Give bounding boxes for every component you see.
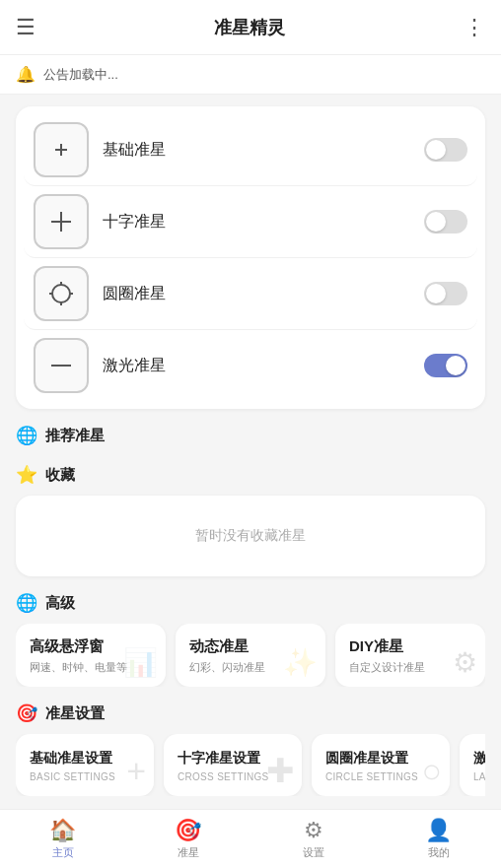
settings-header: 🎯 准星设置 (16, 702, 485, 724)
crosshair-icon-circle (34, 266, 89, 321)
favorites-section: ⭐ 收藏 暂时没有收藏准星 (16, 464, 485, 576)
crosshair-selector-card: 基础准星 十字准星 圆 (16, 106, 485, 409)
crosshair-item-basic[interactable]: 基础准星 (24, 114, 477, 186)
nav-label-crosshair: 准星 (178, 845, 199, 860)
settings-card-0[interactable]: 基础准星设置 BASIC SETTINGS + (16, 734, 154, 796)
nav-label-home: 主页 (52, 845, 74, 860)
svg-point-4 (52, 285, 70, 302)
nav-item-settings[interactable]: ⚙ 设置 (250, 810, 376, 868)
more-icon[interactable]: ⋮ (464, 15, 485, 40)
settings-card-0-sub: BASIC SETTINGS (30, 771, 140, 782)
advanced-icon: 🌐 (16, 592, 37, 614)
advanced-card-1-icon: ✨ (283, 646, 318, 679)
settings-card-3[interactable]: 激光准星设置 LASER SETTINGS — (460, 734, 485, 796)
advanced-header: 🌐 高级 (16, 592, 485, 614)
crosshair-item-circle[interactable]: 圆圈准星 (24, 258, 477, 330)
main-content: 基础准星 十字准星 圆 (0, 95, 501, 868)
nav-label-settings: 设置 (303, 845, 324, 860)
crosshair-item-laser[interactable]: 激光准星 (24, 330, 477, 401)
bell-icon: 🔔 (16, 65, 36, 84)
recommended-header: 🌐 推荐准星 (16, 425, 485, 446)
recommended-label: 推荐准星 (45, 427, 105, 445)
settings-card-0-title: 基础准星设置 (30, 750, 140, 768)
crosshair-icon-basic (34, 122, 89, 177)
advanced-card-2[interactable]: DIY准星 自定义设计准星 ⚙ (335, 624, 485, 687)
favorites-empty-text: 暂时没有收藏准星 (195, 527, 306, 543)
toggle-laser[interactable] (424, 354, 467, 377)
advanced-section: 🌐 高级 高级悬浮窗 网速、时钟、电量等 📊 动态准星 幻彩、闪动准星 ✨ DI… (16, 592, 485, 687)
toggle-basic[interactable] (424, 138, 467, 162)
settings-card-3-sub: LASER SETTINGS (473, 771, 485, 782)
favorites-header: ⭐ 收藏 (16, 464, 485, 486)
app-bar: ☰ 准星精灵 ⋮ (0, 0, 501, 55)
toggle-cross[interactable] (424, 210, 467, 234)
nav-item-home[interactable]: 🏠 主页 (0, 810, 125, 868)
advanced-card-0-icon: 📊 (123, 646, 158, 679)
home-icon: 🏠 (49, 818, 76, 843)
announcement-bar: 🔔 公告加载中... (0, 55, 501, 95)
settings-card-1-icon: ✚ (266, 751, 294, 790)
crosshair-label-circle: 圆圈准星 (103, 284, 410, 304)
advanced-card-2-icon: ⚙ (453, 646, 477, 679)
advanced-cards-row: 高级悬浮窗 网速、时钟、电量等 📊 动态准星 幻彩、闪动准星 ✨ DIY准星 自… (16, 624, 485, 687)
settings-section: 🎯 准星设置 基础准星设置 BASIC SETTINGS + 十字准星设置 CR… (16, 702, 485, 796)
nav-label-profile: 我的 (428, 845, 450, 860)
advanced-card-0[interactable]: 高级悬浮窗 网速、时钟、电量等 📊 (16, 624, 166, 687)
settings-icon: 🎯 (16, 702, 37, 724)
nav-item-crosshair[interactable]: 🎯 准星 (125, 810, 250, 868)
announcement-text: 公告加载中... (43, 66, 118, 84)
settings-card-3-title: 激光准星设置 (473, 750, 485, 768)
settings-card-2-title: 圆圈准星设置 (325, 750, 436, 768)
menu-icon[interactable]: ☰ (16, 15, 36, 40)
crosshair-label-laser: 激光准星 (103, 356, 410, 376)
star-icon: ⭐ (16, 464, 37, 486)
nav-item-profile[interactable]: 👤 我的 (376, 810, 501, 868)
advanced-card-1[interactable]: 动态准星 幻彩、闪动准星 ✨ (176, 624, 325, 687)
settings-cards-row: 基础准星设置 BASIC SETTINGS + 十字准星设置 CROSS SET… (16, 734, 485, 796)
recommended-icon: 🌐 (16, 425, 37, 446)
settings-nav-icon: ⚙ (304, 818, 323, 843)
crosshair-nav-icon: 🎯 (175, 818, 201, 843)
app-title: 准星精灵 (214, 16, 285, 39)
settings-card-0-icon: + (126, 752, 146, 790)
bottom-nav: 🏠 主页 🎯 准星 ⚙ 设置 👤 我的 (0, 809, 501, 868)
crosshair-icon-laser (34, 338, 89, 393)
crosshair-label-cross: 十字准星 (103, 212, 410, 233)
settings-card-2-sub: CIRCLE SETTINGS (325, 771, 436, 782)
settings-label: 准星设置 (45, 704, 105, 723)
favorites-empty-card: 暂时没有收藏准星 (16, 496, 485, 576)
favorites-label: 收藏 (45, 466, 75, 485)
advanced-label: 高级 (45, 594, 75, 613)
settings-card-1[interactable]: 十字准星设置 CROSS SETTINGS ✚ (164, 734, 302, 796)
toggle-circle[interactable] (424, 282, 467, 305)
crosshair-icon-cross (34, 194, 89, 249)
crosshair-item-cross[interactable]: 十字准星 (24, 186, 477, 258)
settings-card-2[interactable]: 圆圈准星设置 CIRCLE SETTINGS ○ (312, 734, 450, 796)
profile-nav-icon: 👤 (425, 818, 452, 843)
crosshair-label-basic: 基础准星 (103, 140, 410, 161)
settings-card-2-icon: ○ (421, 752, 442, 790)
recommended-section: 🌐 推荐准星 (16, 425, 485, 448)
